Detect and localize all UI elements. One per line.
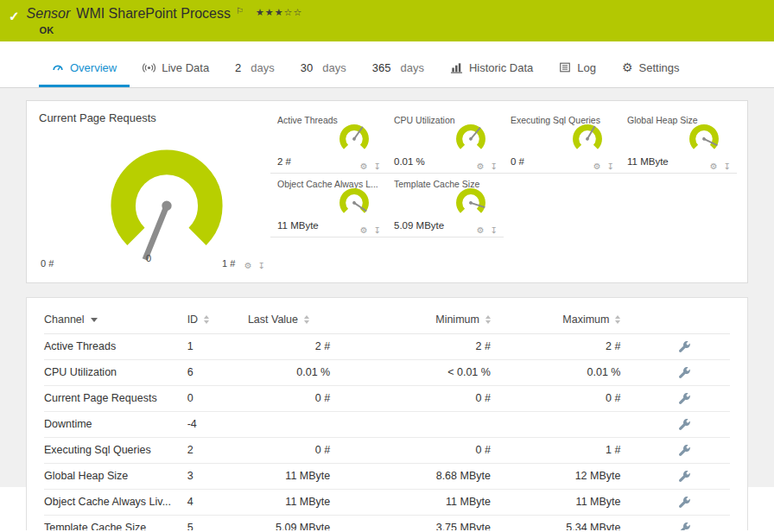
tab-label: Live Data — [162, 61, 209, 74]
minimum-value: 0 # — [330, 386, 491, 412]
priority-stars[interactable]: ★★★☆☆ — [256, 7, 302, 18]
mini-gauge-actions: ⚙ ↧ — [477, 162, 499, 171]
maximum-value: 11 MByte — [491, 490, 621, 516]
broadcast-icon — [143, 61, 155, 74]
table-row: CPU Utilization 6 0.01 % < 0.01 % 0.01 % — [44, 360, 730, 386]
wrench-icon[interactable] — [679, 341, 690, 352]
tab-overview[interactable]: Overview — [39, 58, 130, 87]
channels-table-panel: Channel ID Last Value Minimum Maximum — [26, 297, 748, 530]
flag-icon[interactable]: ⚐ — [236, 6, 244, 16]
download-icon[interactable]: ↧ — [258, 261, 267, 270]
channel-id: 1 — [187, 334, 248, 360]
wrench-icon[interactable] — [679, 393, 690, 404]
gear-icon[interactable]: ⚙ — [244, 261, 254, 270]
sensor-title-line: Sensor WMI SharePoint Process ⚐ ★★★☆☆ — [27, 6, 303, 22]
channel-name: Executing Sql Queries — [44, 438, 187, 464]
mini-gauge-actions: ⚙ ↧ — [477, 225, 499, 235]
table-row: Template Cache Size 5 5.09 MByte 3.75 MB… — [44, 516, 730, 531]
gauge-min-label: 0 # — [41, 258, 54, 269]
tab-label: Historic Data — [469, 61, 533, 74]
mini-gauge — [333, 181, 375, 218]
minimum-value — [330, 412, 491, 438]
tab-2-days[interactable]: 2 days — [222, 58, 288, 87]
gear-icon[interactable]: ⚙ — [360, 162, 370, 171]
header-label: Maximum — [562, 314, 609, 326]
wrench-icon[interactable] — [679, 497, 690, 508]
mini-gauge-value: 0.01 % — [394, 156, 425, 167]
header-maximum[interactable]: Maximum — [491, 305, 621, 334]
mini-gauge — [683, 117, 725, 155]
tab-number: 30 — [301, 61, 313, 74]
download-icon[interactable]: ↧ — [724, 162, 733, 171]
download-icon[interactable]: ↧ — [374, 225, 383, 235]
gauge-needle — [141, 200, 174, 261]
sort-desc-icon — [91, 318, 98, 322]
table-row: Executing Sql Queries 2 0 # 0 # 1 # — [44, 438, 730, 464]
mini-gauge — [450, 117, 492, 155]
download-icon[interactable]: ↧ — [607, 162, 616, 171]
tab-historic-data[interactable]: Historic Data — [437, 58, 546, 87]
wrench-icon[interactable] — [679, 367, 690, 378]
tab-label: days — [322, 61, 346, 74]
header-id[interactable]: ID — [187, 305, 248, 334]
header-minimum[interactable]: Minimum — [330, 305, 491, 334]
gear-icon[interactable]: ⚙ — [710, 162, 720, 171]
tab-label: Overview — [70, 61, 117, 74]
download-icon[interactable]: ↧ — [491, 162, 499, 171]
tab-log[interactable]: Log — [546, 58, 609, 87]
gauge-actions: ⚙ ↧ — [244, 261, 267, 270]
table-row: Current Page Requests 0 0 # 0 # 0 # — [44, 386, 730, 412]
download-icon[interactable]: ↧ — [374, 162, 383, 171]
mini-gauge-actions: ⚙ ↧ — [710, 162, 733, 171]
channel-name: Global Heap Size — [44, 464, 187, 490]
mini-gauge-tile: Active Threads 2 # ⚙ ↧ — [270, 110, 387, 174]
tab-30-days[interactable]: 30 days — [288, 58, 359, 87]
maximum-value: 12 MByte — [491, 464, 621, 490]
maximum-value: 1 # — [491, 438, 621, 464]
gear-icon[interactable]: ⚙ — [477, 225, 486, 235]
maximum-value: 0.01 % — [491, 360, 621, 386]
header-label: Minimum — [435, 314, 479, 326]
header-actions — [620, 305, 730, 334]
sensor-type-label: Sensor — [27, 6, 71, 22]
channel-id: 5 — [187, 516, 248, 531]
status-check-icon: ✓ — [9, 9, 20, 41]
tab-bar: Overview Live Data 2 days 30 days 365 da… — [0, 59, 774, 88]
gear-icon[interactable]: ⚙ — [593, 162, 603, 171]
wrench-icon[interactable] — [679, 419, 690, 430]
channel-name: Active Threads — [44, 334, 187, 360]
maximum-value — [491, 412, 621, 438]
log-icon — [559, 61, 571, 73]
last-value: 0.01 % — [248, 360, 330, 386]
wrench-icon[interactable] — [679, 471, 690, 482]
last-value: 0 # — [248, 438, 330, 464]
table-row: Global Heap Size 3 11 MByte 8.68 MByte 1… — [44, 464, 730, 490]
table-row: Object Cache Always Liv... 4 11 MByte 11… — [44, 490, 730, 516]
mini-gauge-tile: Object Cache Always L... 11 MByte ⚙ ↧ — [270, 174, 387, 238]
wrench-icon[interactable] — [679, 445, 690, 456]
minimum-value: 11 MByte — [330, 490, 491, 516]
gear-icon[interactable]: ⚙ — [477, 162, 486, 171]
gauge-max-label: 1 # — [222, 258, 235, 269]
channel-name: Downtime — [44, 412, 187, 438]
tab-settings[interactable]: ⚙ Settings — [609, 58, 693, 87]
sort-icon — [485, 315, 491, 324]
header-channel[interactable]: Channel — [44, 305, 187, 334]
table-row: Active Threads 1 2 # 2 # 2 # — [44, 334, 730, 360]
channel-id: 3 — [187, 464, 248, 490]
gauges-panel: Current Page Requests 0 # 0 1 # ⚙ ↧ Acti… — [26, 100, 748, 283]
bar-chart-icon — [450, 61, 463, 74]
minimum-value: < 0.01 % — [330, 360, 491, 386]
download-icon[interactable]: ↧ — [491, 225, 499, 235]
tab-365-days[interactable]: 365 days — [359, 58, 437, 87]
gear-icon[interactable]: ⚙ — [360, 225, 370, 235]
mini-gauge-tile: Executing Sql Queries 0 # ⚙ ↧ — [504, 110, 620, 174]
channel-id: -4 — [187, 412, 248, 438]
wrench-icon[interactable] — [679, 522, 690, 531]
mini-gauge-tile: CPU Utilization 0.01 % ⚙ ↧ — [387, 110, 504, 174]
tab-live-data[interactable]: Live Data — [130, 58, 222, 87]
channel-id: 4 — [187, 490, 248, 516]
channel-id: 2 — [187, 438, 248, 464]
tab-label: Settings — [639, 61, 680, 74]
header-last-value[interactable]: Last Value — [248, 305, 330, 334]
